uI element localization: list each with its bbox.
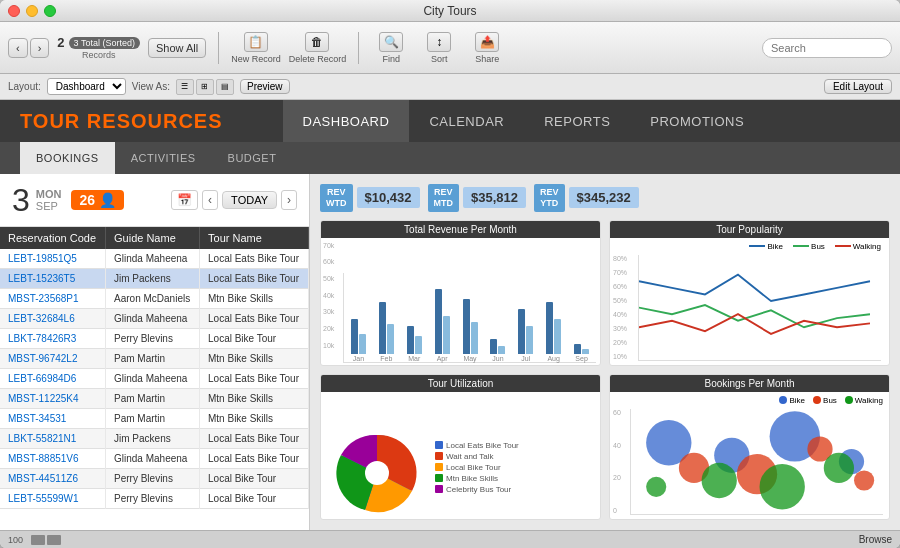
list-view-button[interactable]: ☰ <box>176 79 194 95</box>
layout-select[interactable]: Dashboard <box>47 78 126 95</box>
show-all-button[interactable]: Show All <box>148 38 206 58</box>
table-row[interactable]: MBST-34531Pam MartinMtn Bike Skills <box>0 409 309 429</box>
subtab-bookings[interactable]: BOOKINGS <box>20 142 115 174</box>
bookings-chart: Bookings Per Month Bike Bus Walking 6040… <box>609 374 890 520</box>
table-view-button[interactable]: ▤ <box>216 79 234 95</box>
svg-point-1 <box>365 461 389 485</box>
popularity-chart-svg <box>639 255 881 360</box>
table-row[interactable]: LBKT-55821N1Jim PackensLocal Eats Bike T… <box>0 429 309 449</box>
utilization-chart-title: Tour Utilization <box>321 375 600 392</box>
find-action[interactable]: 🔍 Find <box>371 32 411 64</box>
view-as-buttons: ☰ ⊞ ▤ <box>176 79 234 95</box>
footer-icon2 <box>47 535 61 545</box>
nav-buttons: ‹ › <box>8 38 49 58</box>
share-action[interactable]: 📤 Share <box>467 32 507 64</box>
current-record: 2 <box>57 35 64 50</box>
layout-label: Layout: <box>8 81 41 92</box>
legend-celebrity-bus: Celebrity Bus Tour <box>435 485 519 494</box>
window: City Tours ‹ › 2 3 Total (Sorted) Record… <box>0 0 900 548</box>
svg-point-13 <box>824 453 854 483</box>
new-record-label: New Record <box>231 54 281 64</box>
browse-mode: Browse <box>859 534 892 545</box>
stats-row: REVWTD $10,432 REVMTD $35,812 REVYTD $34… <box>320 184 890 212</box>
svg-point-10 <box>646 477 666 497</box>
charts-grid: Total Revenue Per Month 70k 60k 50k 40k … <box>320 220 890 520</box>
pie-legend: Local Eats Bike Tour Wait and Talk Local… <box>435 441 519 496</box>
layout-bar: Layout: Dashboard View As: ☰ ⊞ ▤ Preview… <box>0 74 900 100</box>
calendar-header: 3 MON SEP 26 👤 📅 ‹ TODAY › <box>0 174 309 227</box>
records-label: Records <box>82 50 116 60</box>
svg-point-9 <box>854 470 874 490</box>
stat-mtd-label: REVMTD <box>428 184 460 212</box>
left-panel: 3 MON SEP 26 👤 📅 ‹ TODAY › <box>0 174 310 530</box>
pie-chart-svg <box>327 423 427 513</box>
preview-button[interactable]: Preview <box>240 79 290 94</box>
edit-layout-button[interactable]: Edit Layout <box>824 79 892 94</box>
month-name: SEP <box>36 200 62 212</box>
separator <box>218 32 219 64</box>
tab-reports[interactable]: REPORTS <box>524 100 630 142</box>
table-row[interactable]: MBST-44511Z6Perry BlevinsLocal Bike Tour <box>0 469 309 489</box>
delete-record-action[interactable]: 🗑 Delete Record <box>289 32 347 64</box>
tab-dashboard[interactable]: DASHBOARD <box>283 100 410 142</box>
delete-record-icon: 🗑 <box>305 32 329 52</box>
pie-container: Local Eats Bike Tour Wait and Talk Local… <box>327 423 594 513</box>
next-day-button[interactable]: › <box>281 190 297 210</box>
table-row[interactable]: MBST-23568P1Aaron McDanielsMtn Bike Skil… <box>0 289 309 309</box>
day-number: 3 <box>12 184 30 216</box>
sort-action[interactable]: ↕ Sort <box>419 32 459 64</box>
svg-point-12 <box>760 464 805 509</box>
table-row[interactable]: LBKT-78426R3Perry BlevinsLocal Bike Tour <box>0 329 309 349</box>
content: 3 MON SEP 26 👤 📅 ‹ TODAY › <box>0 174 900 530</box>
table-row[interactable]: MBST-88851V6Glinda MaheenaLocal Eats Bik… <box>0 449 309 469</box>
utilization-chart: Tour Utilization <box>320 374 601 520</box>
table-row[interactable]: LEBT-66984D6Glinda MaheenaLocal Eats Bik… <box>0 369 309 389</box>
toolbar: ‹ › 2 3 Total (Sorted) Records Show All … <box>0 22 900 74</box>
tab-calendar[interactable]: CALENDAR <box>409 100 524 142</box>
share-label: Share <box>475 54 499 64</box>
stat-ytd: REVYTD $345,232 <box>534 184 639 212</box>
today-button[interactable]: TODAY <box>222 191 277 209</box>
table-row[interactable]: MBST-96742L2Pam MartinMtn Bike Skills <box>0 349 309 369</box>
maximize-button[interactable] <box>44 5 56 17</box>
calendar-controls: 📅 ‹ TODAY › <box>171 190 297 210</box>
table-row[interactable]: LEBT-19851Q5Glinda MaheenaLocal Eats Bik… <box>0 249 309 269</box>
day-name: MON <box>36 188 62 200</box>
legend-wait-talk: Wait and Talk <box>435 452 519 461</box>
table-header: Reservation Code Guide Name Tour Name <box>0 227 309 249</box>
bookings-table-element: Reservation Code Guide Name Tour Name LE… <box>0 227 309 509</box>
stat-mtd: REVMTD $35,812 <box>428 184 527 212</box>
popularity-chart: Tour Popularity Bike Bus Walking 80%70%6… <box>609 220 890 366</box>
table-row[interactable]: LEBT-55599W1Perry BlevinsLocal Bike Tour <box>0 489 309 509</box>
app-title: TOUR RESOURCES <box>0 100 243 142</box>
popularity-chart-body: Bike Bus Walking 80%70%60%50%40%30%20%10… <box>610 238 889 365</box>
search-input[interactable] <box>762 38 892 58</box>
stat-wtd-value: $10,432 <box>357 187 420 208</box>
utilization-chart-body: Local Eats Bike Tour Wait and Talk Local… <box>321 392 600 519</box>
table-row[interactable]: MBST-11225K4Pam MartinMtn Bike Skills <box>0 389 309 409</box>
traffic-lights <box>8 5 56 17</box>
grid-view-button[interactable]: ⊞ <box>196 79 214 95</box>
legend-local-bike: Local Bike Tour <box>435 463 519 472</box>
table-body: LEBT-19851Q5Glinda MaheenaLocal Eats Bik… <box>0 249 309 509</box>
subtab-budget[interactable]: BUDGET <box>212 142 293 174</box>
close-button[interactable] <box>8 5 20 17</box>
popularity-chart-title: Tour Popularity <box>610 221 889 238</box>
calendar-icon-button[interactable]: 📅 <box>171 190 198 210</box>
booking-count: 26 👤 <box>71 190 124 210</box>
tab-promotions[interactable]: PROMOTIONS <box>630 100 764 142</box>
forward-button[interactable]: › <box>30 38 50 58</box>
minimize-button[interactable] <box>26 5 38 17</box>
table-row[interactable]: LEBT-15236T5Jim PackensLocal Eats Bike T… <box>0 269 309 289</box>
toolbar-right <box>762 38 892 58</box>
subtab-activities[interactable]: ACTIVITIES <box>115 142 212 174</box>
new-record-action[interactable]: 📋 New Record <box>231 32 281 64</box>
revenue-chart-title: Total Revenue Per Month <box>321 221 600 238</box>
footer-icons <box>31 535 61 545</box>
table-row[interactable]: LEBT-32684L6Glinda MaheenaLocal Eats Bik… <box>0 309 309 329</box>
nav-tabs: DASHBOARD CALENDAR REPORTS PROMOTIONS <box>283 100 765 142</box>
back-button[interactable]: ‹ <box>8 38 28 58</box>
popularity-legend-walking: Walking <box>853 242 881 251</box>
prev-day-button[interactable]: ‹ <box>202 190 218 210</box>
sub-nav: BOOKINGS ACTIVITIES BUDGET <box>0 142 900 174</box>
